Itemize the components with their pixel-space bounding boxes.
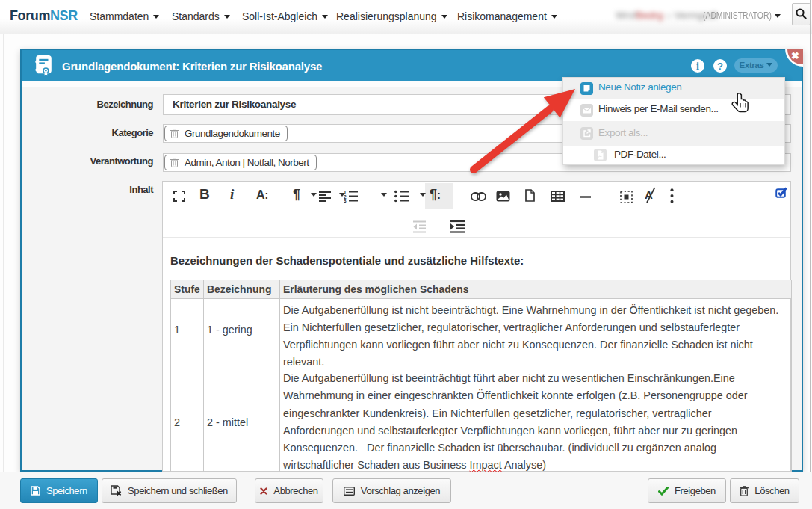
svg-text:3: 3	[344, 198, 347, 203]
